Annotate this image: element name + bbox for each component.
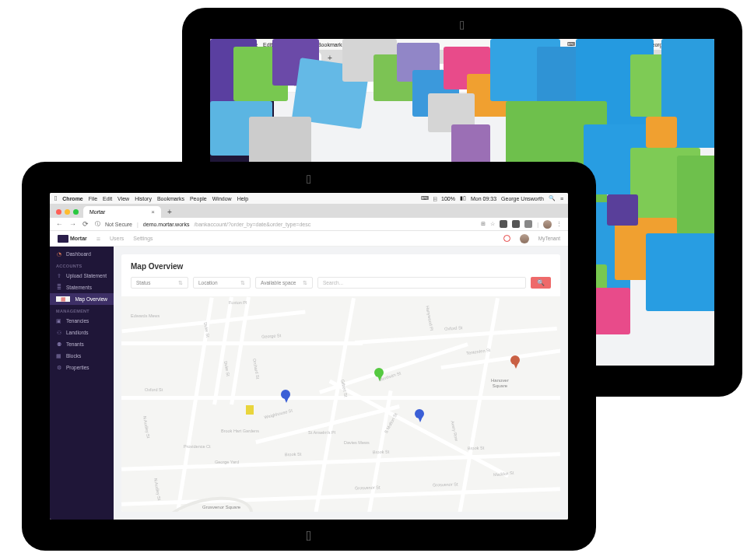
street-label: Brook St [285,452,301,457]
menubar-view[interactable]: View [117,196,129,201]
menubar-bookmarks[interactable]: Bookmarks [157,196,184,201]
brand-text: Mortar [70,236,87,241]
tab-title: Mortar [89,209,105,215]
document-icon: ≣ [56,285,61,290]
menubar-window[interactable]: Window [212,196,232,201]
sidebar-item-statements[interactable]: ≣Statements [50,282,114,293]
cast-icon[interactable]: ⌨ [421,195,429,201]
sidebar-item-blocks[interactable]: ▦Blocks [50,350,114,362]
user-avatar[interactable] [520,234,529,243]
sidebar-item-properties[interactable]: ⚙Properties [50,362,114,373]
map-pin-red[interactable] [510,355,520,365]
map-icon: ▦ [56,296,70,302]
speedometer-icon: ◔ [56,251,61,257]
chrome-profile-avatar[interactable] [543,220,552,229]
url-host: demo.mortar.works [143,222,190,227]
sidebar-item-tenants[interactable]: ⚉Tenants [50,338,114,350]
search-icon[interactable]: 🔍 [549,195,556,201]
street-label: Foxton Pl [229,300,247,305]
map-marker-yellow[interactable] [246,405,254,415]
gear-icon: ⚙ [56,365,61,370]
street-label: Hanywood Pl [425,306,434,331]
maximize-window-icon[interactable] [73,209,79,215]
page-title: Map Overview [121,254,560,277]
sidebar-item-dashboard[interactable]: ◔Dashboard [50,248,114,260]
sort-icon: ⇅ [240,280,245,286]
street-label: Brook St [373,450,389,455]
nav-settings[interactable]: Settings [133,236,153,241]
street-label: Avery Row [451,420,459,441]
filter-status[interactable]: Status⇅ [131,277,188,289]
extension-icon-3[interactable] [524,220,532,228]
menubar-history[interactable]: History [135,196,152,201]
street-label: Oxford St [145,387,163,392]
apple-logo-icon:  [307,173,311,187]
extension-icon-1[interactable] [500,220,507,228]
menubar-file[interactable]: File [89,196,97,201]
filter-location[interactable]: Location⇅ [193,277,251,289]
sidebar-item-upload-statement[interactable]: ⇧Upload Statement [50,270,114,282]
map-pin-green[interactable] [374,368,384,377]
close-window-icon[interactable] [56,209,61,215]
filter-available-space[interactable]: Available space⇅ [255,277,313,289]
macos-menubar:  Chrome File Edit View History Bookmark… [50,193,568,204]
sidebar-item-tenancies[interactable]: ▣Tenancies [50,315,114,327]
wifi-icon[interactable]: ⌸ [433,196,437,201]
search-input[interactable]: Search... [317,277,526,289]
extension-icon-2[interactable] [512,220,520,228]
battery-percent: 100% [441,196,455,201]
brand-logo[interactable]: Mortar [58,235,87,243]
star-icon[interactable]: ☆ [490,221,495,227]
street-label: Orchard St [252,358,261,379]
reload-button[interactable]: ⟳ [82,220,89,228]
brand-mark-icon [58,235,68,243]
screen-front:  Chrome File Edit View History Bookmark… [50,193,568,520]
sidebar-section-management: MANAGEMENT [50,305,114,315]
menubar-edit[interactable]: Edit [103,196,112,201]
menubar-help[interactable]: Help [237,196,248,201]
hamburger-icon[interactable]: ≡ [96,235,100,243]
browser-tab[interactable]: Mortar × [83,206,161,218]
address-bar[interactable]: ⓘ Not Secure | demo.mortar.works/bankacc… [95,220,475,228]
street-label: Grosvenor St [433,481,458,487]
map-pin-blue-2[interactable] [415,409,424,418]
map-overview-card: Map Overview Status⇅ Location⇅ Available… [121,254,560,512]
notification-bell-icon[interactable] [503,235,510,242]
account-username[interactable]: MyTenant [538,236,560,241]
street-label: St Anselm's Pl [308,430,335,435]
street-label: Edwards Mews [131,313,160,318]
back-button[interactable]: ← [56,220,63,228]
device-frame-front:    Chrome File Edit View History Book… [22,162,596,551]
menubar-clock[interactable]: Mon 09:33 [471,196,496,201]
battery-icon: ▮▯ [460,195,466,201]
sort-icon: ⇅ [178,280,183,286]
street-label: Weighhouse St [264,408,293,420]
new-tab-button[interactable]: + [161,208,178,218]
info-icon[interactable]: ⓘ [95,220,100,228]
search-placeholder: Search... [323,280,343,285]
chrome-menu-icon[interactable]: ⋮ [556,221,562,227]
search-button[interactable]: 🔍 [531,277,551,289]
sidebar-item-landlords[interactable]: ⚇Landlords [50,327,114,338]
minimize-window-icon[interactable] [65,209,70,215]
apple-logo-icon:  [307,528,312,544]
qr-icon[interactable]: ⊞ [481,221,486,227]
menubar-user[interactable]: George Unsworth [501,196,544,201]
tab-close-icon[interactable]: × [151,208,155,215]
menubar-people[interactable]: People [190,196,207,201]
sidebar-item-map-overview[interactable]: ▦Map Overview [50,293,114,305]
menubar-app[interactable]: Chrome [62,196,82,201]
map-pin-blue-1[interactable] [281,390,290,399]
folder-icon: ▣ [56,318,61,324]
apple-menu-icon[interactable]:  [54,194,57,202]
people-icon: ⚉ [56,341,61,347]
forward-button[interactable]: → [69,220,76,228]
main-content: Map Overview Status⇅ Location⇅ Available… [114,247,568,520]
map-canvas[interactable]: Foxton Pl Edwards Mews Duke St George St… [121,296,560,512]
chrome-tabstrip: Mortar × + [50,204,568,218]
not-secure-label: Not Secure [105,222,132,227]
street-label: Providence Ct [184,444,211,449]
street-label: N Audley St [142,415,151,438]
nav-users[interactable]: Users [110,236,124,241]
menu-icon[interactable]: ≡ [560,196,563,201]
